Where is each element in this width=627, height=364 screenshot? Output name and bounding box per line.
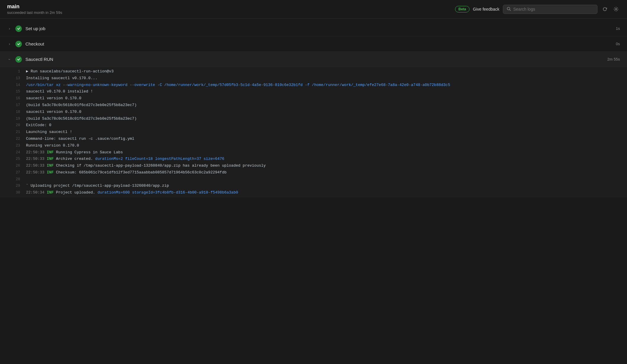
log-content: 1▶ Run saucelabs/saucectl-run-action@v31… — [0, 67, 627, 197]
log-text: 22:50:33 INF Checksum: 685b061c79ce1dfb1… — [26, 170, 227, 176]
line-number: 28 — [9, 176, 20, 182]
line-number: 21 — [9, 129, 20, 135]
log-line: 14/usr/bin/tar xz --warning=no-unknown-k… — [0, 82, 627, 89]
log-line: 13Installing saucectl v0.170.0... — [0, 75, 627, 82]
log-text: Launching saucectl ! — [26, 129, 72, 135]
log-line: 2622:50:33 INF Checking if /tmp/saucectl… — [0, 162, 627, 169]
line-number: 20 — [9, 122, 20, 128]
log-line: 28 — [0, 176, 627, 183]
line-number: 1 — [9, 69, 20, 74]
log-line: 3022:50:34 INF Project uploaded. duratio… — [0, 189, 627, 196]
search-icon — [507, 7, 511, 12]
line-number: 24 — [9, 150, 20, 155]
log-text: (build 5a3c78c0c5618c01f6cd27c3eb0e25f5b… — [26, 116, 137, 122]
log-text: ¨ Uploading project /tmp/saucectl-app-pa… — [26, 183, 169, 189]
jobs-list: › Set up job 1s › Checkout 0s › Saucectl… — [0, 19, 627, 200]
log-line: 20ExitCode: 0 — [0, 122, 627, 129]
log-line: 29¨ Uploading project /tmp/saucectl-app-… — [0, 183, 627, 189]
job-name-checkout: Checkout — [25, 41, 616, 46]
job-row-saucectl[interactable]: › Saucectl RUN 2m 55s — [0, 52, 627, 67]
job-duration-saucectl: 2m 55s — [607, 57, 620, 61]
line-number: 13 — [9, 75, 20, 81]
page-subtitle: succeeded last month in 2m 59s — [7, 10, 450, 15]
line-number: 16 — [9, 95, 20, 101]
log-line: 15saucectl v0.170.0 installed ! — [0, 88, 627, 95]
line-number: 15 — [9, 89, 20, 95]
status-icon-setup — [15, 25, 22, 32]
line-number: 18 — [9, 109, 20, 115]
log-line: 2722:50:33 INF Checksum: 685b061c79ce1df… — [0, 169, 627, 176]
log-line: 16saucectl version 0.170.0 — [0, 95, 627, 102]
line-number: 22 — [9, 136, 20, 142]
job-name-setup: Set up job — [25, 26, 616, 31]
line-number: 23 — [9, 143, 20, 149]
log-text: Installing saucectl v0.170.0... — [26, 75, 98, 82]
status-icon-checkout — [15, 41, 22, 47]
log-text: 22:50:34 INF Project uploaded. durationM… — [26, 190, 238, 196]
log-text: 22:50:33 INF Archive created. durationMs… — [26, 156, 224, 162]
log-line: 1▶ Run saucelabs/saucectl-run-action@v3 — [0, 68, 627, 75]
line-number: 14 — [9, 82, 20, 88]
job-row-checkout[interactable]: › Checkout 0s — [0, 36, 627, 52]
log-line: 17(build 5a3c78c0c5618c01f6cd27c3eb0e25f… — [0, 102, 627, 109]
svg-line-1 — [510, 9, 511, 11]
log-text: (build 5a3c78c0c5618c01f6cd27c3eb0e25f5b… — [26, 102, 137, 108]
refresh-button[interactable] — [601, 5, 609, 13]
log-line: 2422:50:33 INF Running Cypress in Sauce … — [0, 149, 627, 156]
line-number: 25 — [9, 156, 20, 162]
job-row-setup[interactable]: › Set up job 1s — [0, 21, 627, 36]
log-text: 22:50:33 INF Checking if /tmp/saucectl-a… — [26, 163, 266, 169]
chevron-icon-checkout: › — [7, 42, 12, 46]
job-name-saucectl: Saucectl RUN — [25, 57, 607, 62]
settings-button[interactable] — [612, 5, 620, 13]
chevron-icon-setup: › — [7, 27, 12, 31]
line-number: 19 — [9, 116, 20, 122]
give-feedback-button[interactable]: Give feedback — [473, 7, 500, 12]
log-text: Command-line: saucectl run -c .sauce/con… — [26, 136, 134, 142]
log-line: 21Launching saucectl ! — [0, 129, 627, 136]
log-text: saucectl version 0.170.0 — [26, 95, 81, 102]
log-line: 22Command-line: saucectl run -c .sauce/c… — [0, 136, 627, 142]
header-left: main succeeded last month in 2m 59s — [7, 4, 450, 15]
beta-badge: Beta — [455, 6, 469, 12]
header-actions: Beta Give feedback — [455, 5, 620, 14]
line-number: 26 — [9, 163, 20, 169]
job-duration-setup: 1s — [616, 26, 620, 31]
job-duration-checkout: 0s — [616, 42, 620, 46]
header: main succeeded last month in 2m 59s Beta… — [0, 0, 627, 19]
line-number: 17 — [9, 102, 20, 108]
line-number: 30 — [9, 190, 20, 196]
log-line: 18saucectl version 0.170.0 — [0, 109, 627, 116]
log-text: saucectl version 0.170.0 — [26, 109, 81, 115]
log-line: 19(build 5a3c78c0c5618c01f6cd27c3eb0e25f… — [0, 116, 627, 122]
line-number: 27 — [9, 170, 20, 176]
svg-point-2 — [615, 9, 617, 10]
line-number: 29 — [9, 183, 20, 189]
search-input[interactable] — [513, 7, 594, 12]
log-text: Running version 0.170.0 — [26, 143, 79, 149]
log-text: 22:50:33 INF Running Cypress in Sauce La… — [26, 150, 123, 156]
log-text: ExitCode: 0 — [26, 122, 51, 129]
log-text: ▶ Run saucelabs/saucectl-run-action@v3 — [26, 69, 113, 75]
log-line: 2522:50:33 INF Archive created. duration… — [0, 156, 627, 162]
log-text: saucectl v0.170.0 installed ! — [26, 89, 93, 95]
search-box[interactable] — [503, 5, 597, 14]
page-title: main — [7, 4, 450, 10]
chevron-icon-saucectl: › — [7, 57, 12, 62]
status-icon-saucectl — [15, 56, 22, 63]
log-line: 23Running version 0.170.0 — [0, 142, 627, 149]
log-text: /usr/bin/tar xz --warning=no-unknown-key… — [26, 82, 450, 88]
